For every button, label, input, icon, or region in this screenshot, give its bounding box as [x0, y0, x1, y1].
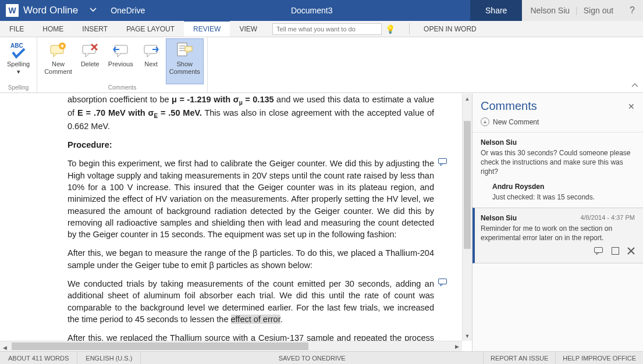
close-icon — [627, 247, 635, 255]
comment-thread-selected[interactable]: Nelson Siu 4/8/2014 - 4:37 PM Reminder f… — [473, 208, 643, 263]
tab-home[interactable]: HOME — [33, 21, 73, 37]
document-viewport: absorption coefficient to be μ = -1.219 … — [0, 94, 472, 351]
svg-rect-12 — [439, 279, 447, 284]
resolve-icon — [612, 247, 619, 255]
paragraph[interactable]: We conducted trials by taking measuremen… — [68, 278, 434, 325]
user-area: Nelson Siu | Sign out — [522, 0, 621, 21]
spelling-button[interactable]: ABC Spelling▾ — [3, 38, 33, 84]
sign-out-link[interactable]: Sign out — [584, 6, 613, 15]
word-icon: W — [6, 4, 19, 17]
delete-comment-button[interactable]: Delete — [76, 38, 105, 84]
app-logo[interactable]: W Word Online — [0, 4, 84, 17]
workspace: absorption coefficient to be μ = -1.219 … — [0, 93, 643, 351]
delete-comment-button[interactable] — [627, 247, 635, 257]
svg-rect-14 — [612, 248, 619, 255]
scroll-thumb[interactable] — [12, 342, 308, 350]
tab-view[interactable]: VIEW — [230, 21, 267, 37]
comments-pane: Comments ✕ + New Comment Nelson Siu Or w… — [472, 94, 643, 351]
comment-actions — [481, 247, 635, 257]
next-comment-button[interactable]: Next — [137, 38, 166, 84]
new-comment-label: New Comment — [493, 118, 539, 126]
ribbon-group-comments: NewComment Delete Previous Next — [37, 37, 208, 92]
resolve-button[interactable] — [612, 247, 619, 257]
status-bar: ABOUT 411 WORDS ENGLISH (U.S.) SAVED TO … — [0, 351, 643, 364]
new-comment-icon — [49, 41, 68, 59]
comment-author: Nelson Siu — [481, 214, 517, 222]
group-label-comments: Comments — [108, 84, 136, 91]
tab-review[interactable]: REVIEW — [184, 20, 230, 37]
comment-body: Or was this 30 seconds? Could someone pl… — [481, 148, 635, 177]
scroll-left-button[interactable]: ◀ — [0, 343, 10, 352]
collapse-ribbon-button[interactable] — [631, 82, 638, 90]
comment-reply: Andru Roysden Just checked: It was 15 se… — [492, 183, 635, 202]
new-comment-button[interactable]: NewComment — [41, 38, 76, 84]
comment-author: Andru Roysden — [492, 183, 544, 191]
share-button[interactable]: Share — [470, 0, 522, 21]
close-pane-button[interactable]: ✕ — [628, 102, 635, 111]
app-switcher[interactable] — [84, 6, 102, 15]
next-label: Next — [144, 60, 158, 68]
horizontal-scrollbar[interactable]: ◀ ▶ — [0, 341, 462, 351]
paragraph[interactable]: absorption coefficient to be μ = -1.219 … — [68, 94, 434, 132]
comments-pane-header: Comments ✕ — [473, 94, 643, 115]
spelling-label: Spelling▾ — [7, 60, 30, 76]
scroll-track[interactable] — [463, 104, 472, 331]
ribbon-tabs: FILE HOME INSERT PAGE LAYOUT REVIEW VIEW… — [0, 21, 643, 37]
ribbon: ABC Spelling▾ Spelling NewComment Delete — [0, 37, 643, 93]
show-comments-icon — [175, 41, 194, 59]
comment-body: Reminder for me to work on the section o… — [481, 224, 635, 242]
comment-anchor-icon[interactable] — [438, 278, 447, 290]
next-icon — [142, 41, 161, 59]
comment-author: Nelson Siu — [481, 138, 517, 147]
lightbulb-icon[interactable]: 💡 — [382, 24, 399, 34]
tell-me-input[interactable] — [272, 23, 382, 35]
scroll-down-button[interactable]: ▼ — [463, 331, 472, 341]
reply-button[interactable] — [594, 247, 603, 257]
svg-rect-11 — [439, 159, 447, 164]
group-label-spelling: Spelling — [8, 84, 29, 91]
ribbon-group-spelling: ABC Spelling▾ Spelling — [0, 37, 37, 92]
user-name[interactable]: Nelson Siu — [530, 6, 570, 15]
new-comment-label: NewComment — [44, 60, 72, 76]
report-issue-link[interactable]: REPORT AN ISSUE — [483, 352, 555, 364]
comments-pane-title: Comments — [481, 99, 628, 113]
word-count[interactable]: ABOUT 411 WORDS — [0, 352, 77, 364]
heading-procedure[interactable]: Procedure: — [68, 139, 434, 151]
tab-page-layout[interactable]: PAGE LAYOUT — [117, 21, 184, 37]
location-breadcrumb[interactable]: OneDrive — [102, 6, 153, 15]
spelling-icon: ABC — [9, 41, 28, 59]
comment-thread[interactable]: Nelson Siu Or was this 30 seconds? Could… — [473, 132, 643, 208]
comment-timestamp: 4/8/2014 - 4:37 PM — [580, 214, 635, 222]
tab-file[interactable]: FILE — [0, 21, 33, 37]
previous-icon — [111, 41, 130, 59]
document-page[interactable]: absorption coefficient to be μ = -1.219 … — [0, 94, 472, 351]
scroll-right-button[interactable]: ▶ — [452, 341, 462, 351]
save-status: SAVED TO ONEDRIVE — [271, 355, 354, 362]
delete-label: Delete — [81, 60, 100, 68]
tell-me-search: 💡 — [270, 22, 401, 35]
vertical-scrollbar[interactable]: ▲ ▼ — [462, 94, 472, 341]
title-bar: W Word Online OneDrive Document3 Share N… — [0, 0, 643, 21]
chevron-up-icon — [631, 82, 638, 89]
chevron-down-icon — [90, 6, 97, 13]
paragraph[interactable]: After this, we began to measure the rang… — [68, 247, 434, 271]
open-in-word-button[interactable]: OPEN IN WORD — [414, 21, 486, 37]
previous-comment-button[interactable]: Previous — [105, 38, 137, 84]
divider — [409, 23, 410, 34]
tab-insert[interactable]: INSERT — [73, 21, 117, 37]
scroll-up-button[interactable]: ▲ — [463, 94, 472, 104]
scroll-thumb[interactable] — [464, 121, 471, 249]
show-comments-label: ShowComments — [169, 60, 200, 76]
help-improve-link[interactable]: HELP IMPROVE OFFICE — [555, 352, 643, 364]
svg-rect-13 — [595, 248, 603, 253]
highlighted-text: effect of error — [231, 315, 280, 324]
show-comments-button[interactable]: ShowComments — [166, 38, 204, 84]
language[interactable]: ENGLISH (U.S.) — [77, 352, 141, 364]
paragraph[interactable]: To begin this experiment, we first had t… — [68, 158, 434, 240]
comment-anchor-icon[interactable] — [438, 158, 447, 169]
svg-rect-10 — [185, 47, 192, 51]
help-button[interactable]: ? — [621, 0, 643, 21]
doc-title[interactable]: Document3 — [153, 6, 470, 15]
new-comment-link[interactable]: + New Comment — [473, 115, 643, 132]
reply-icon — [594, 247, 603, 255]
